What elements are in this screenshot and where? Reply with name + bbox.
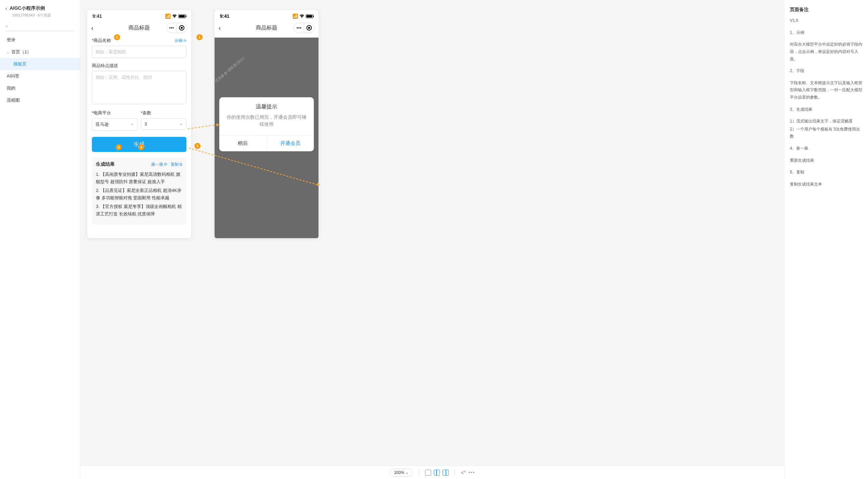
swap-action[interactable]: 换一换 ⟳ <box>151 162 167 168</box>
alert-dialog: 温馨提示 你的使用次数已用完，开通会员即可继续使用 稍后 开通会员 <box>219 97 314 151</box>
more-icon[interactable]: ••• <box>468 470 475 475</box>
notes-version: V1.0 <box>790 17 863 25</box>
notes-text: 重新生成结果 <box>790 157 863 164</box>
example-link[interactable]: 示例 ⟳ <box>174 38 186 43</box>
search-icon: ⌕ <box>5 23 8 28</box>
refresh-icon: ⟳ <box>164 162 167 167</box>
annotation-badge-4: 4 <box>138 144 144 150</box>
chevron-down-icon: ⌄ <box>406 471 408 474</box>
status-bar: 9:41 📶 <box>87 10 191 20</box>
dialog-open-vip-button[interactable]: 开通会员 <box>267 136 314 151</box>
device-preview-icon[interactable] <box>425 470 431 476</box>
notes-section: 1、示例 <box>790 29 863 36</box>
signal-icon: 📶 <box>165 13 170 19</box>
project-subtitle: 15011785343 · 6个页面 <box>0 13 80 22</box>
nav-home[interactable]: ⌄ 首页（1） <box>0 46 80 58</box>
platform-label: *电商平台 <box>92 110 111 116</box>
refresh-icon: ⟳ <box>183 38 186 43</box>
result-title: 生成结果 <box>96 161 115 168</box>
result-block: 生成结果 换一换 ⟳ 复制 ⧉ 1. 【高画质专业拍摄】索尼高清数码相机 旗舰型… <box>92 157 186 225</box>
wifi-icon <box>300 13 304 19</box>
layout-split-left-icon[interactable] <box>434 470 440 476</box>
dialog-message: 你的使用次数已用完，开通会员即可继续使用 <box>219 114 314 135</box>
status-bar: 9:41 📶 <box>215 10 318 20</box>
phone-mockup-dialog: 9:41 📶 ‹ 商品标题 ••• 仅供参考-请联系15011 <box>215 10 318 238</box>
notes-panel: 页面备注 V1.0 1、示例 对应在大模型平台中设定好的必填字段内容，点击示例，… <box>784 0 868 479</box>
nav-back-icon[interactable]: ‹ <box>219 24 221 32</box>
share-icon[interactable]: <° <box>461 470 466 475</box>
notes-text: 2）一个用户每个模板有 3次免费使用次数 <box>790 126 863 140</box>
zoom-value: 100% <box>394 470 404 475</box>
capsule-menu-icon[interactable]: ••• <box>167 23 177 33</box>
nav-login[interactable]: 登录 <box>0 34 80 46</box>
zoom-control[interactable]: 100% ⌄ <box>390 469 413 477</box>
notes-text: 1）流式输出结果文字，保证流畅度 <box>790 118 863 125</box>
left-sidebar: ‹ AIGC小程序示例 15011785343 · 6个页面 ⌕ 登录 ⌄ 首页… <box>0 0 81 479</box>
nav-template-page[interactable]: 模板页 <box>0 58 80 70</box>
chevron-down-icon: ⌄ <box>7 50 9 54</box>
dialog-later-button[interactable]: 稍后 <box>219 136 267 151</box>
field-name-label: *商品名称 <box>92 37 111 43</box>
battery-icon <box>306 14 313 18</box>
product-desc-textarea[interactable] <box>92 71 186 104</box>
miniprogram-capsule[interactable]: ••• <box>166 23 187 33</box>
result-text: 1. 【高画质专业拍摄】索尼高清数码相机 旗舰型号 超强防抖 质量保证 超值入手… <box>96 171 182 218</box>
copy-icon: ⧉ <box>179 162 182 167</box>
platform-select[interactable]: 亚马逊 <box>92 118 137 131</box>
battery-icon <box>178 14 186 18</box>
annotation-badge-1: 1 <box>196 34 203 40</box>
capsule-menu-icon[interactable]: ••• <box>294 23 304 33</box>
nav-ai-qa[interactable]: AI问答 <box>0 70 80 82</box>
nav-flowchart[interactable]: 流程图 <box>0 94 80 106</box>
annotation-badge-3: 3 <box>116 144 122 150</box>
nav-home-label: 首页（1） <box>11 49 31 55</box>
swap-label: 换一换 <box>151 162 163 168</box>
phone-mockup-form: 9:41 📶 ‹ 商品标题 ••• <box>87 10 191 238</box>
desc-label: 商品特点描述 <box>92 63 118 69</box>
notes-text: 复制生成结果文本 <box>790 181 863 188</box>
annotation-badge-2: 2 <box>114 34 120 40</box>
nav-back-icon[interactable]: ‹ <box>91 24 94 32</box>
notes-section: 5、复制 <box>790 169 863 176</box>
dialog-title: 温馨提示 <box>219 97 314 114</box>
count-select[interactable]: 3 <box>141 118 186 130</box>
notes-section: 4、换一换 <box>790 145 863 152</box>
watermark-text: 仅供参考-请联系15011 <box>215 56 246 84</box>
notes-section: 2、字段 <box>790 67 863 75</box>
result-line: 3. 【官方授权 索尼专享】顶级全画幅相机 精湛工艺打造 长效续航 优质保障 <box>96 203 182 218</box>
notes-text: 字段名称、文本框提示文字以及输入框类型和输入框字数范围，一对一匹配大模型平台设置… <box>790 80 863 101</box>
search-input[interactable] <box>5 22 75 31</box>
notes-title: 页面备注 <box>790 5 863 14</box>
notes-text: 对应在大模型平台中设定好的必填字段内容，点击示例，将设定好的内容对号入座。 <box>790 41 863 63</box>
result-line: 1. 【高画质专业拍摄】索尼高清数码相机 旗舰型号 超强防抖 质量保证 超值入手 <box>96 171 182 185</box>
bottom-toolbar: 100% ⌄ <° ••• <box>81 466 784 479</box>
capsule-close-icon[interactable] <box>177 23 187 33</box>
copy-label: 复制 <box>170 162 179 168</box>
count-label: *条数 <box>141 110 151 116</box>
project-title: AIGC小程序示例 <box>10 5 45 11</box>
notes-section: 3、生成结果 <box>790 106 863 113</box>
status-time: 9:41 <box>93 13 102 19</box>
layout-split-right-icon[interactable] <box>442 470 448 476</box>
wifi-icon <box>172 13 177 19</box>
annotation-badge-5: 5 <box>194 143 200 149</box>
copy-action[interactable]: 复制 ⧉ <box>170 162 182 168</box>
result-line: 2. 【品质见证】索尼全新正品相机 超清4K录像 多功能智能对焦 坚固耐用 性能… <box>96 187 182 202</box>
status-time: 9:41 <box>220 13 229 19</box>
signal-icon: 📶 <box>292 13 298 19</box>
capsule-close-icon[interactable] <box>304 23 314 33</box>
canvas-area: 1 2 3 4 5 9:41 📶 <box>81 0 784 479</box>
product-name-input[interactable] <box>92 46 186 58</box>
example-link-text: 示例 <box>174 38 182 43</box>
project-back-icon[interactable]: ‹ <box>5 6 7 11</box>
miniprogram-capsule[interactable]: ••• <box>294 23 314 33</box>
nav-mine[interactable]: 我的 <box>0 82 80 94</box>
